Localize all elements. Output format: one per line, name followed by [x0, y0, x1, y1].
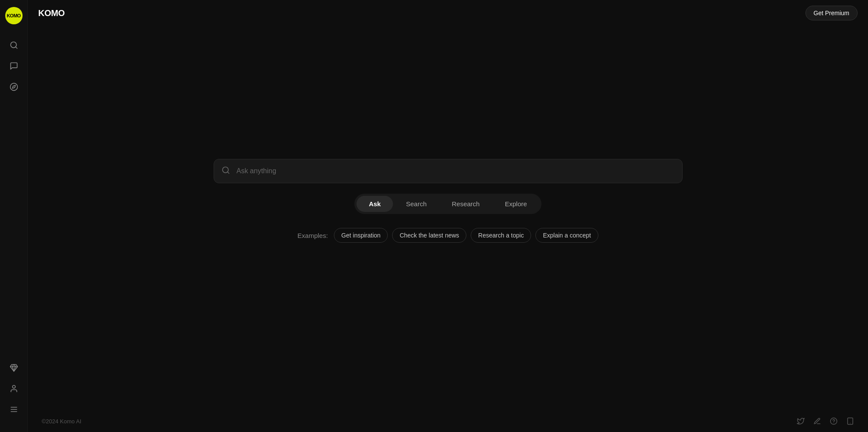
copyright: ©2024 Komo AI [42, 418, 81, 425]
help-link[interactable] [830, 417, 838, 425]
header: KOMO Get Premium [28, 0, 868, 26]
example-explain-concept[interactable]: Explain a concept [535, 228, 598, 243]
app-link[interactable] [846, 417, 854, 425]
footer: ©2024 Komo AI [28, 410, 868, 432]
main-content: KOMO Get Premium Ask Search Research Exp… [28, 0, 868, 432]
search-bar-icon [221, 166, 230, 176]
example-get-inspiration[interactable]: Get inspiration [334, 228, 388, 243]
user-icon [10, 384, 18, 393]
sidebar-item-search[interactable] [5, 36, 23, 54]
help-icon [830, 417, 838, 425]
blog-link[interactable] [813, 417, 821, 425]
examples-label: Examples: [297, 232, 328, 239]
sidebar-item-explore[interactable] [5, 78, 23, 96]
svg-line-9 [227, 172, 229, 174]
search-bar-wrapper [214, 159, 683, 183]
settings-icon [10, 405, 18, 414]
examples-row: Examples: Get inspiration Check the late… [297, 228, 598, 243]
tab-search[interactable]: Search [394, 196, 439, 212]
svg-point-2 [10, 83, 17, 91]
sidebar-nav [5, 36, 23, 359]
svg-point-4 [12, 386, 15, 389]
search-input[interactable] [214, 159, 683, 183]
example-research-topic[interactable]: Research a topic [471, 228, 531, 243]
twitter-link[interactable] [797, 417, 805, 425]
sidebar-bottom [5, 359, 23, 425]
get-premium-button[interactable]: Get Premium [805, 6, 858, 20]
app-title: KOMO [38, 8, 65, 18]
compass-icon [10, 82, 18, 91]
diamond-icon [10, 363, 18, 372]
svg-line-1 [15, 47, 17, 49]
tab-ask[interactable]: Ask [356, 196, 393, 212]
twitter-icon [797, 417, 805, 425]
pen-icon [813, 417, 821, 425]
sidebar-item-settings[interactable] [5, 401, 23, 418]
center-content: Ask Search Research Explore Examples: Ge… [28, 26, 868, 410]
mode-tabs: Ask Search Research Explore [354, 194, 541, 214]
logo[interactable]: KOMO [5, 7, 23, 24]
sidebar-item-chat[interactable] [5, 57, 23, 75]
sidebar-item-premium[interactable] [5, 359, 23, 376]
svg-marker-3 [12, 85, 15, 88]
tab-research[interactable]: Research [440, 196, 492, 212]
footer-icons [797, 417, 854, 425]
sidebar: KOMO [0, 0, 28, 432]
tablet-icon [846, 417, 854, 425]
logo-text: KOMO [7, 13, 20, 18]
search-input-icon [221, 166, 230, 175]
chat-icon [10, 62, 18, 70]
tab-explore[interactable]: Explore [493, 196, 539, 212]
search-icon [10, 41, 18, 49]
example-check-news[interactable]: Check the latest news [392, 228, 466, 243]
sidebar-item-profile[interactable] [5, 380, 23, 397]
